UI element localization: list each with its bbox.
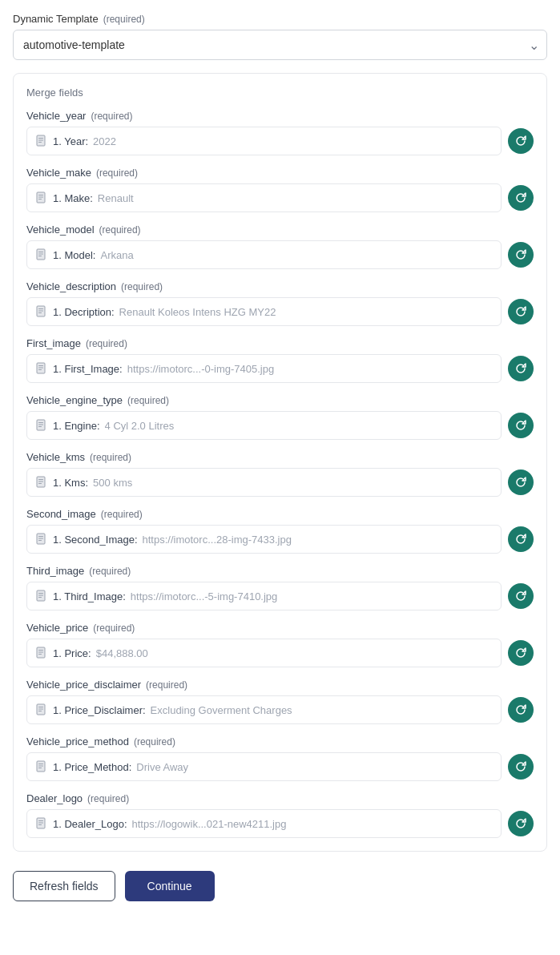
field-input-row-dealer_logo: 1. Dealer_Logo: https://logowik...021-ne… <box>26 809 534 838</box>
refresh-fields-button[interactable]: Refresh fields <box>13 871 115 901</box>
field-value-label-vehicle_price: 1. Price: <box>53 647 91 659</box>
document-icon <box>35 476 48 489</box>
field-value-data-vehicle_price_method: Drive Away <box>136 761 188 773</box>
field-value-box-vehicle_description: 1. Decription: Renault Koleos Intens HZG… <box>26 297 502 326</box>
field-value-box-vehicle_kms: 1. Kms: 500 kms <box>26 468 502 497</box>
refresh-field-button-vehicle_price[interactable] <box>508 640 534 666</box>
field-value-box-vehicle_price_disclaimer: 1. Price_Disclaimer: Excluding Goverment… <box>26 695 502 724</box>
svg-rect-43 <box>38 711 42 711</box>
svg-rect-15 <box>38 312 42 313</box>
refresh-field-button-vehicle_model[interactable] <box>508 242 534 268</box>
field-group-vehicle_make: Vehicle_make (required) 1. Make: Renault <box>26 167 534 212</box>
svg-rect-19 <box>38 369 42 370</box>
svg-rect-31 <box>38 540 42 541</box>
document-icon <box>35 362 48 375</box>
field-value-data-vehicle_make: Renault <box>98 192 134 204</box>
svg-rect-45 <box>38 764 43 764</box>
refresh-field-button-third_image[interactable] <box>508 583 534 609</box>
field-value-box-second_image: 1. Second_Image: https://imotorc...28-im… <box>26 525 502 554</box>
svg-rect-22 <box>38 425 43 425</box>
field-input-row-first_image: 1. First_Image: https://imotorc...-0-img… <box>26 354 534 383</box>
field-input-row-vehicle_year: 1. Year: 2022 <box>26 127 534 155</box>
field-value-label-vehicle_description: 1. Decription: <box>53 306 115 318</box>
refresh-field-button-vehicle_price_disclaimer[interactable] <box>508 697 534 723</box>
refresh-field-button-second_image[interactable] <box>508 526 534 552</box>
refresh-field-button-vehicle_engine_type[interactable] <box>508 413 534 438</box>
document-icon <box>35 419 48 432</box>
field-name-vehicle_model: Vehicle_model (required) <box>26 224 534 236</box>
svg-rect-46 <box>38 766 43 767</box>
svg-rect-42 <box>38 709 43 710</box>
required-badge: (required) <box>103 14 145 25</box>
merge-fields-container: Merge fields Vehicle_year (required) <box>13 73 547 852</box>
refresh-field-button-vehicle_price_method[interactable] <box>508 754 534 780</box>
document-icon <box>35 191 48 204</box>
svg-rect-35 <box>38 597 42 598</box>
field-group-vehicle_model: Vehicle_model (required) 1. Model: Arkan… <box>26 224 534 269</box>
field-value-box-vehicle_model: 1. Model: Arkana <box>26 240 502 269</box>
field-name-first_image: First_image (required) <box>26 337 534 349</box>
field-group-vehicle_kms: Vehicle_kms (required) 1. Kms: 500 kms <box>26 451 534 497</box>
field-value-label-vehicle_kms: 1. Kms: <box>53 477 88 489</box>
refresh-field-button-dealer_logo[interactable] <box>508 811 534 836</box>
svg-rect-23 <box>38 426 42 427</box>
document-icon <box>35 590 48 602</box>
svg-rect-17 <box>38 365 43 366</box>
svg-rect-14 <box>38 311 43 312</box>
field-name-vehicle_price_disclaimer: Vehicle_price_disclaimer (required) <box>26 679 534 691</box>
svg-rect-34 <box>38 595 43 596</box>
field-group-vehicle_price_disclaimer: Vehicle_price_disclaimer (required) 1. P… <box>26 679 534 724</box>
field-value-label-vehicle_price_disclaimer: 1. Price_Disclaimer: <box>53 704 146 716</box>
field-value-data-first_image: https://imotorc...-0-img-7405.jpg <box>127 363 275 375</box>
document-icon <box>35 305 48 318</box>
field-value-label-vehicle_year: 1. Year: <box>53 135 88 147</box>
refresh-field-button-vehicle_description[interactable] <box>508 299 534 324</box>
continue-button[interactable]: Continue <box>125 871 215 901</box>
field-name-vehicle_engine_type: Vehicle_engine_type (required) <box>26 394 534 406</box>
refresh-field-button-first_image[interactable] <box>508 356 534 381</box>
field-group-first_image: First_image (required) 1. First_Image: h… <box>26 337 534 383</box>
field-value-label-vehicle_engine_type: 1. Engine: <box>53 420 100 432</box>
field-input-row-vehicle_engine_type: 1. Engine: 4 Cyl 2.0 Litres <box>26 411 534 440</box>
template-select-wrapper: automotive-template ⌄ <box>13 30 547 60</box>
field-value-data-vehicle_price_disclaimer: Excluding Goverment Charges <box>151 704 292 716</box>
refresh-field-button-vehicle_make[interactable] <box>508 185 534 211</box>
field-input-row-vehicle_model: 1. Model: Arkana <box>26 240 534 269</box>
field-input-row-vehicle_make: 1. Make: Renault <box>26 183 534 212</box>
field-name-vehicle_year: Vehicle_year (required) <box>26 110 534 122</box>
svg-rect-41 <box>38 707 43 707</box>
svg-rect-18 <box>38 368 43 369</box>
field-name-second_image: Second_image (required) <box>26 508 534 520</box>
svg-rect-6 <box>38 197 43 198</box>
field-name-vehicle_make: Vehicle_make (required) <box>26 167 534 179</box>
field-value-data-vehicle_engine_type: 4 Cyl 2.0 Litres <box>105 420 175 432</box>
svg-rect-11 <box>38 256 42 256</box>
field-input-row-vehicle_price: 1. Price: $44,888.00 <box>26 639 534 667</box>
refresh-field-button-vehicle_year[interactable] <box>508 128 534 154</box>
svg-rect-10 <box>38 254 43 255</box>
field-value-data-vehicle_model: Arkana <box>100 249 133 261</box>
template-select[interactable]: automotive-template <box>13 30 547 60</box>
field-input-row-vehicle_kms: 1. Kms: 500 kms <box>26 468 534 497</box>
field-value-data-dealer_logo: https://logowik...021-new4211.jpg <box>132 818 287 830</box>
field-value-box-vehicle_make: 1. Make: Renault <box>26 183 502 212</box>
field-value-box-dealer_logo: 1. Dealer_Logo: https://logowik...021-ne… <box>26 809 502 838</box>
field-value-label-vehicle_make: 1. Make: <box>53 192 93 204</box>
dynamic-template-section: Dynamic Template (required) automotive-t… <box>13 13 547 60</box>
svg-rect-29 <box>38 536 43 537</box>
svg-rect-26 <box>38 482 43 482</box>
field-group-vehicle_year: Vehicle_year (required) 1. Year: 2022 <box>26 110 534 155</box>
field-value-box-first_image: 1. First_Image: https://imotorc...-0-img… <box>26 354 502 383</box>
field-input-row-third_image: 1. Third_Image: https://imotorc...-5-img… <box>26 582 534 610</box>
field-group-dealer_logo: Dealer_logo (required) 1. Dealer_Logo: h… <box>26 792 534 838</box>
svg-rect-38 <box>38 652 43 653</box>
svg-rect-25 <box>38 479 43 480</box>
document-icon <box>35 533 48 546</box>
field-value-box-third_image: 1. Third_Image: https://imotorc...-5-img… <box>26 582 502 610</box>
svg-rect-33 <box>38 593 43 594</box>
document-icon <box>35 817 48 830</box>
field-group-second_image: Second_image (required) 1. Second_Image: <box>26 508 534 554</box>
field-input-row-vehicle_price_disclaimer: 1. Price_Disclaimer: Excluding Goverment… <box>26 695 534 724</box>
refresh-field-button-vehicle_kms[interactable] <box>508 469 534 495</box>
field-name-vehicle_price: Vehicle_price (required) <box>26 622 534 634</box>
